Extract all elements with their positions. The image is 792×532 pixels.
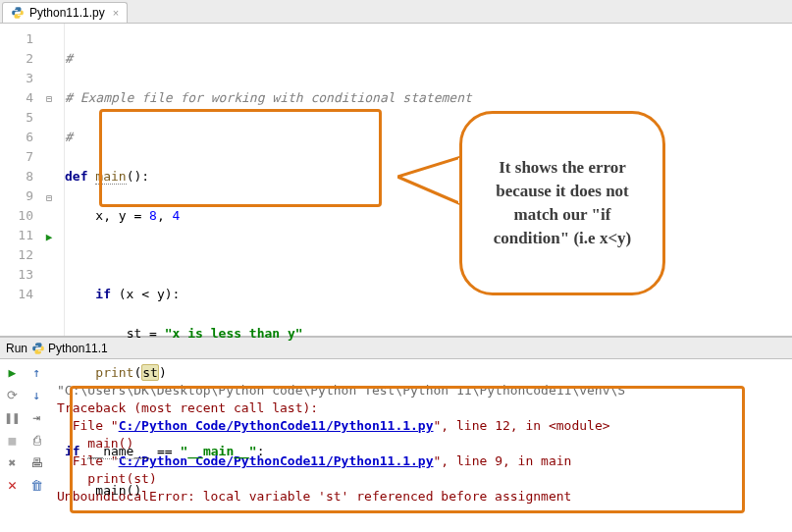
annotation-error-highlight xyxy=(70,386,745,513)
callout-text: It shows the error because it does not m… xyxy=(480,156,645,250)
run-toolbar-right: ↑ ↓ ⇥ ⎙ 🖶 🗑 xyxy=(25,359,49,532)
annotation-code-highlight xyxy=(99,109,382,207)
attach-button[interactable]: ✖ xyxy=(4,453,22,471)
line-numbers: 1234567891011121314 xyxy=(0,24,39,336)
python-file-icon xyxy=(31,342,45,355)
scroll-down-button[interactable]: ↓ xyxy=(28,386,46,403)
callout-tail xyxy=(397,147,461,216)
tab-bar: Python11.1.py × xyxy=(0,0,792,24)
wrap-button[interactable]: ⇥ xyxy=(28,408,46,426)
scroll-up-button[interactable]: ↑ xyxy=(28,363,46,381)
svg-point-1 xyxy=(20,17,21,18)
scroll-lock-button[interactable]: ⎙ xyxy=(28,431,46,449)
stop-button[interactable]: ■ xyxy=(4,431,22,449)
close-run-button[interactable]: ✕ xyxy=(4,476,22,494)
fold-icon[interactable]: ⊟ xyxy=(44,188,54,208)
pause-button[interactable]: ❚❚ xyxy=(4,408,22,426)
run-toolbar-left: ▶ ⟳ ❚❚ ■ ✖ ✕ xyxy=(0,359,25,532)
editor-tab[interactable]: Python11.1.py × xyxy=(2,2,128,23)
run-gutter-icon[interactable]: ▶ xyxy=(39,228,59,247)
svg-point-0 xyxy=(15,8,16,9)
fold-icon[interactable]: ⊟ xyxy=(44,89,54,109)
clear-button[interactable]: 🗑 xyxy=(28,476,46,494)
run-debug-button[interactable]: ⟳ xyxy=(4,386,22,403)
close-tab-icon[interactable]: × xyxy=(113,7,119,19)
gutter-icons: ⊟ ⊟ ▶ xyxy=(39,24,59,336)
rerun-button[interactable]: ▶ xyxy=(4,363,22,381)
annotation-callout: It shows the error because it does not m… xyxy=(459,111,665,295)
print-button[interactable]: 🖶 xyxy=(28,453,46,471)
tab-filename: Python11.1.py xyxy=(29,6,105,20)
python-file-icon xyxy=(11,6,25,20)
run-title: Run xyxy=(6,342,27,355)
svg-marker-2 xyxy=(397,157,461,204)
